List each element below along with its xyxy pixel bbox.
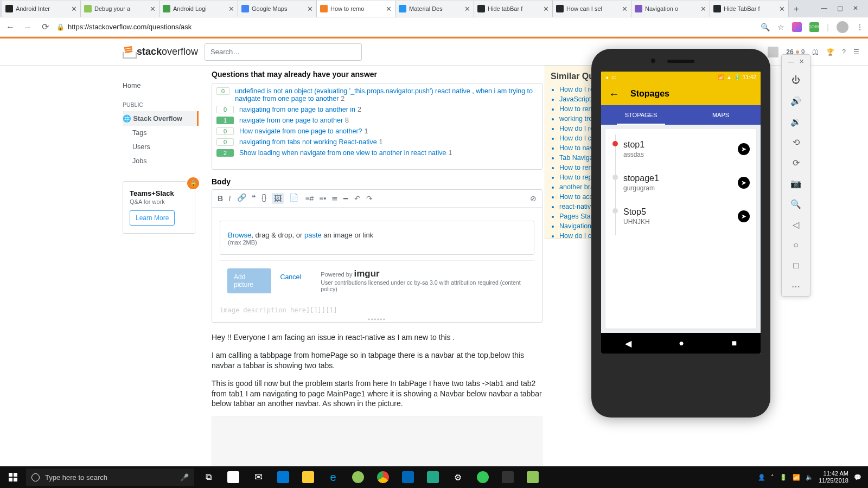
similar-question-link[interactable]: How do I cr [559, 232, 586, 239]
browser-tab[interactable]: How to remo✕ [317, 1, 395, 17]
tab-close-icon[interactable]: ✕ [700, 5, 706, 13]
taskbar-clock[interactable]: 11:42 AM 11/25/2018 [819, 470, 848, 484]
power-icon[interactable]: ⏻ [789, 74, 802, 87]
window-minimize-icon[interactable]: — [821, 4, 827, 12]
similar-question-link[interactable]: another bra [559, 183, 586, 191]
settings-icon[interactable]: ⚙ [447, 466, 469, 488]
emu-minimize-icon[interactable]: — [788, 58, 794, 65]
nav-stackoverflow[interactable]: 🌐 Stack Overflow [123, 111, 199, 126]
tab-close-icon[interactable]: ✕ [464, 5, 470, 13]
question-link[interactable]: navigate from one page to another [239, 117, 343, 124]
extension-cors-icon[interactable]: CORS [809, 22, 819, 32]
chrome-icon[interactable] [372, 466, 394, 488]
similar-question-link[interactable]: Pages Star [559, 213, 586, 220]
volume-down-icon[interactable]: 🔉 [789, 115, 802, 128]
inbox-icon[interactable]: 🕮 [812, 48, 819, 56]
italic-icon[interactable]: I [228, 194, 231, 203]
similar-question-link[interactable]: Tab Naviga [559, 154, 586, 162]
quote-icon[interactable]: ❝ [252, 193, 256, 204]
tab-close-icon[interactable]: ✕ [150, 5, 156, 13]
tab-close-icon[interactable]: ✕ [307, 5, 313, 13]
nav-home[interactable]: Home [123, 79, 193, 93]
suggested-question-row[interactable]: 0undefined is not an object (evaluating … [216, 86, 538, 104]
list-item[interactable]: Stop5UHNJKH ➤ [615, 202, 750, 235]
similar-question-link[interactable]: How do I re [559, 86, 586, 93]
emu-back-icon[interactable]: ◁ [789, 218, 802, 231]
undo-icon[interactable]: ↶ [354, 194, 361, 203]
avd-icon[interactable] [522, 466, 544, 488]
help-toolbar-icon[interactable]: ⊘ [530, 194, 537, 203]
code-icon[interactable]: {} [261, 193, 266, 204]
start-button[interactable] [2, 466, 24, 488]
similar-question-link[interactable]: working tre [559, 115, 586, 123]
editor-textarea-peek[interactable]: image description here][1]][1] [212, 306, 542, 316]
paste-link[interactable]: paste [304, 231, 322, 239]
suggested-question-row[interactable]: 0navigating from tabs not working React-… [216, 137, 538, 147]
browser-tab[interactable]: Material Des✕ [395, 1, 474, 17]
vscode-icon[interactable] [397, 466, 419, 488]
browser-tab[interactable]: How can I sel✕ [553, 1, 631, 17]
window-maximize-icon[interactable]: ▢ [837, 4, 843, 12]
browser-tab[interactable]: Debug your a✕ [81, 1, 159, 17]
back-button[interactable]: ← [4, 22, 16, 32]
list-item[interactable]: stopage1gurgugram ➤ [615, 168, 750, 202]
navigate-icon[interactable]: ➤ [738, 143, 750, 155]
navigate-icon[interactable]: ➤ [738, 210, 750, 222]
olist-icon[interactable]: ≡# [305, 194, 314, 203]
taskbar-app2-icon[interactable] [422, 466, 444, 488]
tab-maps[interactable]: MAPS [681, 105, 761, 125]
terminal-icon[interactable] [497, 466, 519, 488]
mail-icon[interactable]: ✉ [247, 466, 269, 488]
tab-close-icon[interactable]: ✕ [543, 5, 549, 13]
similar-question-link[interactable]: How to rem [559, 105, 586, 113]
rotate-left-icon[interactable]: ⟲ [789, 136, 802, 149]
tab-close-icon[interactable]: ✕ [779, 5, 785, 13]
nav-home-icon[interactable]: ● [679, 338, 684, 348]
rotate-right-icon[interactable]: ⟳ [789, 156, 802, 169]
wifi-tray-icon[interactable]: 📶 [793, 474, 800, 481]
emu-overview-icon[interactable]: □ [789, 259, 802, 272]
question-link[interactable]: undefined is not an object (evaluating '… [235, 87, 533, 102]
zoom-icon[interactable]: 🔍 [761, 23, 770, 31]
resize-grip-icon[interactable]: ▪▪▪▪▪▪ [212, 316, 542, 322]
question-link[interactable]: navigating from one page to another in [239, 106, 355, 113]
so-logo[interactable]: stackoverflow [123, 46, 198, 59]
action-center-icon[interactable]: 💬 [854, 474, 861, 481]
help-icon[interactable]: ? [842, 48, 846, 56]
image-dropzone[interactable]: Browse, drag & drop, or paste an image o… [220, 221, 534, 255]
url-field[interactable]: 🔒 https://stackoverflow.com/questions/as… [56, 23, 755, 31]
nav-tags[interactable]: Tags [123, 126, 193, 140]
browser-tab[interactable]: Google Maps✕ [238, 1, 317, 17]
similar-question-link[interactable]: How do I c [559, 134, 586, 142]
suggested-question-row[interactable]: 0navigating from one page to another in2 [216, 104, 538, 115]
question-link[interactable]: Show loading when navigate from one view… [239, 149, 446, 157]
task-view-icon[interactable]: ⧉ [197, 466, 219, 488]
navigate-icon[interactable]: ➤ [738, 177, 750, 189]
back-arrow-icon[interactable]: ← [609, 88, 620, 100]
zoom-mode-icon[interactable]: 🔍 [789, 197, 802, 210]
tab-close-icon[interactable]: ✕ [386, 5, 392, 13]
battery-tray-icon[interactable]: 🔋 [780, 474, 787, 481]
browser-menu-icon[interactable]: ⋮ [856, 23, 864, 31]
taskbar-app3-icon[interactable] [472, 466, 494, 488]
browse-link[interactable]: Browse [228, 231, 251, 239]
suggested-question-row[interactable]: 1navigate from one page to another8 [216, 115, 538, 126]
window-close-icon[interactable]: ✕ [853, 4, 858, 12]
add-picture-button[interactable]: Add picture [227, 268, 271, 293]
volume-tray-icon[interactable]: 🔈 [806, 474, 813, 481]
tab-close-icon[interactable]: ✕ [228, 5, 234, 13]
nav-jobs[interactable]: Jobs [123, 154, 193, 168]
site-switcher-icon[interactable]: ☰ [853, 48, 859, 56]
tab-close-icon[interactable]: ✕ [71, 5, 77, 13]
similar-questions-list[interactable]: 0undefined is not an object (evaluating … [212, 83, 542, 170]
tray-chevron-icon[interactable]: ˄ [771, 474, 774, 481]
snippet-icon[interactable]: 📄 [289, 193, 298, 204]
hr-icon[interactable]: ━ [343, 194, 348, 203]
similar-question-link[interactable]: JavaScript? [559, 95, 586, 103]
taskbar-search[interactable]: Type here to search 🎤 [26, 468, 194, 486]
learn-more-button[interactable]: Learn More [130, 210, 175, 226]
question-link[interactable]: navigating from tabs not working React-n… [239, 138, 377, 146]
nav-users[interactable]: Users [123, 140, 193, 154]
bookmark-star-icon[interactable]: ☆ [777, 23, 784, 31]
browser-tab[interactable]: Hide tabBar f✕ [474, 1, 553, 17]
